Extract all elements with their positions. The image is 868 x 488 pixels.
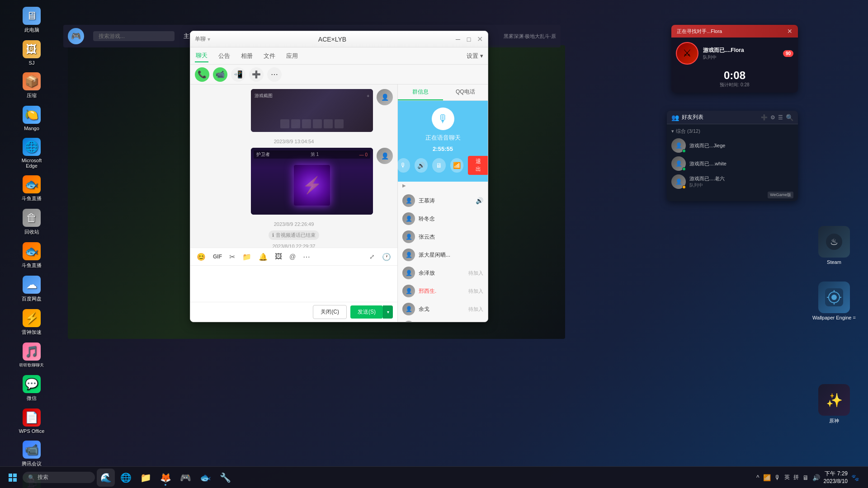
taskbar-app-firefox[interactable]: 🦊 (156, 469, 175, 487)
taskbar-app-explorer[interactable]: 📁 (137, 469, 155, 487)
panel-tab-qq-call[interactable]: QQ电话 (443, 84, 488, 100)
desktop-icon-douyu2[interactable]: 🐟 斗鱼直播 (14, 240, 50, 271)
taskbar-app-settings[interactable]: 🔧 (216, 469, 234, 487)
archive-icon: 📦 (23, 72, 41, 90)
member-item-8[interactable]: 👤 宇 待加入 (398, 318, 488, 322)
desktop-icon-baidu[interactable]: ☁ 百度网盘 (14, 273, 50, 305)
friend-item-3[interactable]: 👤 游戏而已....老六 队列中 (667, 173, 798, 191)
message-image-1[interactable]: 游戏截图 + (251, 89, 373, 132)
sj-icon: 🖼 (23, 40, 41, 58)
image-button[interactable]: 🖼 (273, 251, 284, 263)
genshin-app-icon[interactable]: ✨ (818, 384, 850, 416)
chat-messages[interactable]: 👤 游戏截图 + (190, 84, 397, 248)
add-friend-button[interactable]: ➕ (761, 114, 768, 121)
history-button[interactable]: 🕐 (380, 251, 393, 263)
expand-arrow-icon[interactable]: ▶ (402, 183, 406, 188)
emoji-button[interactable]: 😊 (195, 251, 208, 263)
message-game-image[interactable]: 护卫者 第 1 — 0 ⚡ (251, 148, 373, 215)
tray-ime-pinyin[interactable]: 拼 (793, 474, 799, 481)
friend-item-2[interactable]: 👤 游戏而已....white (667, 155, 798, 173)
tray-display[interactable]: 🖥 (802, 474, 809, 481)
voice-speaker-button[interactable]: 🔊 (415, 158, 428, 173)
voice-mic-button[interactable]: 🎙 (397, 158, 410, 173)
desktop-icon-tencent-meeting[interactable]: 📹 腾讯会议 (14, 438, 50, 469)
video-call-button[interactable]: 📹 (213, 67, 227, 82)
taskbar-app-edge[interactable]: 🌐 (117, 469, 135, 487)
nav-tab-announcement[interactable]: 公告 (217, 50, 231, 62)
qq-body: 👤 游戏截图 + (190, 84, 488, 322)
taskbar-app-douyu[interactable]: 🐟 (196, 469, 214, 487)
nav-tab-apps[interactable]: 应用 (285, 50, 299, 62)
desktop-icon-edge[interactable]: 🌐 Microsoft Edge (14, 136, 50, 171)
gif-button[interactable]: GIF (211, 252, 224, 262)
desktop-icon-wps[interactable]: 📄 WPS Office (14, 406, 50, 436)
steam-app-icon[interactable]: ♨ (818, 226, 850, 258)
clock-date: 2023/8/10 (824, 478, 848, 485)
nav-tab-album[interactable]: 相册 (240, 50, 254, 62)
nav-settings[interactable]: 设置 ▾ (467, 52, 483, 60)
taskbar-clock[interactable]: 下午 7:29 2023/8/10 (824, 470, 848, 485)
tray-mic[interactable]: 🎙 (774, 474, 781, 481)
close-button[interactable]: ✕ (476, 36, 483, 43)
taskbar-app-game[interactable]: 🎮 (176, 469, 194, 487)
send-dropdown-button[interactable]: ▾ (383, 305, 393, 319)
member-item-7[interactable]: 👤 余戈 待加入 (398, 300, 488, 318)
more-button[interactable]: ⋯ (267, 67, 282, 82)
sender-avatar-1: 👤 (377, 89, 393, 105)
phone-call-button[interactable]: 📞 (195, 67, 209, 82)
voice-screen-button[interactable]: 🖥 (432, 158, 445, 173)
voice-bars-button[interactable]: 📶 (450, 158, 463, 173)
nav-tab-files[interactable]: 文件 (263, 50, 276, 62)
voice-call-button[interactable]: 📲 (231, 67, 245, 82)
desktop-icon-douyu1[interactable]: 🐟 斗鱼直播 (14, 173, 50, 204)
tray-notification[interactable]: 🐾 (851, 474, 859, 481)
scissors-button[interactable]: ✂ (227, 251, 237, 263)
nav-search-input[interactable] (93, 31, 175, 41)
desktop-icon-archive[interactable]: 📦 压缩 (14, 70, 50, 101)
chat-input-field[interactable] (195, 269, 393, 298)
member-item-2[interactable]: 👤 聆冬念 (398, 210, 488, 228)
tray-ime-en[interactable]: 英 (784, 474, 790, 481)
member-item-5[interactable]: 👤 余泽放 待加入 (398, 264, 488, 282)
friends-section-header-combined[interactable]: ▾ 综合 (3/12) (667, 126, 798, 136)
desktop-icon-thunder[interactable]: ⚡ 雷神加速 (14, 307, 50, 338)
desktop-icon-wechat[interactable]: 💬 微信 (14, 373, 50, 404)
titlebar-single-chat[interactable]: 单聊 (195, 35, 206, 43)
wallpaper-app-icon[interactable] (818, 282, 850, 313)
add-member-button[interactable]: ➕ (249, 67, 264, 82)
member-item-1[interactable]: 👤 王慕涛 🔊 (398, 192, 488, 210)
voice-exit-button[interactable]: 退出 (468, 156, 488, 175)
maximize-button[interactable]: □ (465, 36, 472, 43)
friend-list-button[interactable]: ☰ (778, 114, 783, 121)
friend-settings-button[interactable]: ⚙ (770, 114, 775, 121)
search-friends-button[interactable]: 🔍 (786, 114, 793, 121)
taskbar-app-browser[interactable]: 🌊 (97, 469, 115, 487)
tray-network[interactable]: 📶 (763, 474, 771, 481)
desktop-icon-music[interactable]: 🎵 听听歌聊聊天 (14, 340, 50, 371)
member-item-3[interactable]: 👤 张云杰 (398, 228, 488, 246)
shake-button[interactable]: 🔔 (257, 251, 269, 263)
desktop-icon-pc[interactable]: 🖥 此电脑 (14, 5, 50, 36)
music-icon: 🎵 (23, 343, 41, 361)
desktop-icon-sj[interactable]: 🖼 SJ (14, 38, 50, 68)
game-panel-close-button[interactable]: ✕ (787, 28, 793, 35)
folder-button[interactable]: 📁 (241, 251, 253, 263)
close-chat-button[interactable]: 关闭(C) (313, 305, 347, 319)
nav-tab-chat[interactable]: 聊天 (195, 50, 208, 62)
member-item-4[interactable]: 👤 派大星闲晒... (398, 246, 488, 264)
at-button[interactable]: @ (288, 251, 297, 262)
panel-tab-group-info[interactable]: 群信息 (398, 84, 443, 100)
sj-icon-label: SJ (29, 60, 35, 66)
start-button[interactable] (5, 469, 21, 486)
send-button[interactable]: 发送(S) (350, 305, 383, 319)
member-item-6[interactable]: 👤 邢西生. 待加入 (398, 282, 488, 300)
toolbar-more-button[interactable]: ⋯ (301, 251, 312, 263)
desktop-icon-mango[interactable]: 🍋 Mango (14, 103, 50, 133)
taskbar-search-bar[interactable]: 🔍 搜索 (23, 472, 95, 483)
tray-chevron[interactable]: ^ (756, 474, 760, 481)
tray-sound[interactable]: 🔊 (812, 474, 820, 481)
desktop-icon-recycle[interactable]: 🗑 回收站 (14, 206, 50, 238)
expand-button[interactable]: ⤢ (368, 251, 377, 262)
minimize-button[interactable]: ─ (454, 36, 462, 43)
friend-item-1[interactable]: 👤 游戏而已...Jiege (667, 136, 798, 155)
